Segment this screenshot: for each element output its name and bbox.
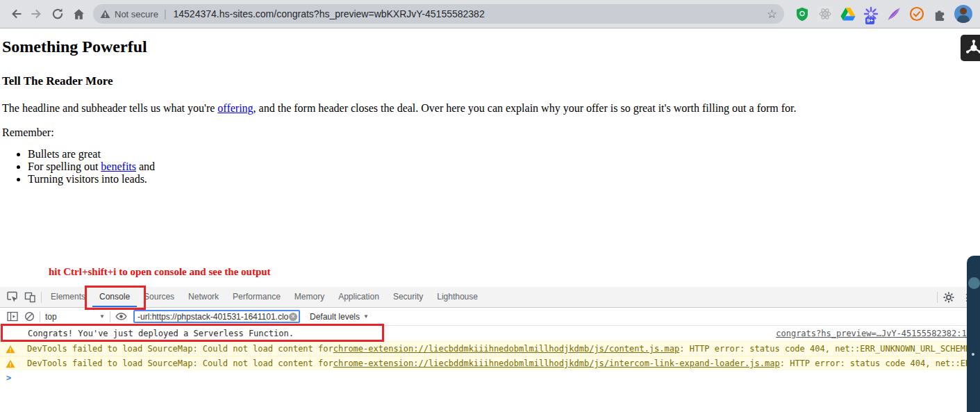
clear-filter-icon[interactable]: × (289, 313, 297, 321)
list-item: Bullets are great (28, 148, 155, 160)
home-icon[interactable] (68, 3, 89, 24)
devtools-settings-gear-icon[interactable] (940, 292, 958, 303)
chevron-down-icon: ▼ (99, 313, 105, 320)
clear-console-icon[interactable] (21, 311, 38, 322)
page-content: Something Powerful Tell The Reader More … (0, 28, 980, 287)
tab-network[interactable]: Network (181, 287, 226, 307)
log-levels-dropdown[interactable]: Default levels ▼ (310, 312, 369, 322)
tab-application[interactable]: Application (331, 287, 386, 307)
device-toolbar-icon[interactable] (21, 287, 39, 307)
tab-lighthouse[interactable]: Lighthouse (430, 287, 485, 307)
devtools-panel: Elements Console Sources Network Perform… (0, 287, 980, 412)
forward-icon[interactable] (26, 3, 47, 24)
console-filter-input[interactable]: -url:https://phpstack-401531-1641101.clo… (133, 310, 300, 323)
page-subtitle: Tell The Reader More (2, 74, 113, 88)
levels-value: Default levels (310, 312, 360, 322)
browser-toolbar: Not secure | 14524374.hs-sites.com/congr… (0, 0, 980, 28)
extensions-puzzle-icon[interactable] (931, 6, 948, 22)
feather-extension-icon[interactable] (886, 6, 902, 22)
warning-text: DevTools failed to load SourceMap: Could… (27, 344, 333, 354)
browser-window: Not secure | 14524374.hs-sites.com/congr… (0, 0, 980, 412)
filter-value: -url:https://phpstack-401531-1641101.clo… (138, 312, 289, 322)
address-bar[interactable]: Not secure | 14524374.hs-sites.com/congr… (93, 4, 784, 24)
not-secure-warning-icon (100, 9, 110, 19)
remember-label: Remember: (2, 126, 54, 139)
extensions-area: 9+ (794, 5, 972, 23)
warning-text: : HTTP error: status code 404, net::ERR_… (780, 359, 980, 368)
prompt-chevron-icon: > (6, 373, 11, 383)
react-devtools-icon[interactable] (817, 6, 833, 22)
annotation-box-console-tab (85, 286, 146, 310)
warning-text: DevTools failed to load SourceMap: Could… (27, 359, 333, 368)
warning-triangle-icon (6, 345, 15, 354)
list-item: Turning visitors into leads. (28, 173, 155, 186)
inspect-element-icon[interactable] (3, 287, 21, 307)
console-sidebar-icon[interactable] (4, 311, 21, 322)
clock-check-extension-icon[interactable] (908, 6, 925, 22)
hubspot-sprocket-icon[interactable] (961, 35, 980, 61)
tab-memory[interactable]: Memory (288, 287, 331, 307)
page-paragraph: The headline and subheader tells us what… (2, 102, 797, 115)
warning-triangle-icon (6, 359, 15, 368)
sourcemap-link[interactable]: chrome-extension://liecbddmkiiihnedobmlm… (333, 344, 680, 354)
log-source-link[interactable]: congrats?hs_preview=…JvY-45155582382:10 (776, 329, 980, 338)
security-label[interactable]: Not secure (115, 9, 158, 19)
page-title: Something Powerful (2, 38, 147, 56)
console-hint-annotation: hit Ctrl+shift+i to open console and see… (49, 266, 271, 278)
list-item: For spelling out benefits and (28, 160, 155, 173)
offering-link[interactable]: offering (217, 102, 253, 114)
paragraph-text: The headline and subheader tells us what… (2, 102, 217, 114)
loom-extension-icon[interactable]: 9+ (863, 6, 879, 22)
sourcemap-link[interactable]: chrome-extension://liecbddmkiiihnedobmlm… (333, 359, 780, 368)
side-widget-strip[interactable] (967, 256, 980, 412)
bookmark-star-icon[interactable]: ☆ (767, 7, 777, 22)
url-text[interactable]: 14524374.hs-sites.com/congrats?hs_previe… (174, 8, 485, 19)
paragraph-text: , and the form header closes the deal. O… (254, 102, 797, 114)
extension-count-badge: 9+ (865, 17, 874, 24)
drive-extension-icon[interactable] (840, 6, 856, 22)
console-context-selector[interactable]: top ▼ (45, 312, 105, 322)
bullet-list: Bullets are great For spelling out benef… (2, 148, 155, 186)
console-warning-row[interactable]: DevTools failed to load SourceMap: Could… (0, 341, 980, 356)
back-icon[interactable] (6, 3, 26, 24)
chevron-down-icon: ▼ (363, 313, 369, 320)
devtools-tabbar: Elements Console Sources Network Perform… (0, 287, 980, 308)
widget-circle-icon (968, 277, 980, 289)
warning-text: : HTTP error: status code 404, net::ERR_… (679, 344, 970, 354)
tab-performance[interactable]: Performance (226, 287, 288, 307)
address-separator: | (164, 8, 167, 19)
profile-avatar[interactable] (954, 5, 972, 23)
context-value: top (45, 312, 57, 322)
console-warning-row[interactable]: DevTools failed to load SourceMap: Could… (0, 356, 980, 370)
reload-icon[interactable] (47, 3, 68, 24)
annotation-box-log-message (1, 324, 384, 342)
console-prompt[interactable]: > (0, 370, 980, 385)
widget-dot-icon (972, 353, 974, 356)
shield-extension-icon[interactable] (794, 6, 811, 22)
tab-security[interactable]: Security (386, 287, 430, 307)
live-expression-eye-icon[interactable] (113, 311, 129, 322)
bullet-text: and (136, 160, 155, 172)
benefits-link[interactable]: benefits (101, 160, 136, 172)
bullet-text: For spelling out (28, 160, 101, 172)
